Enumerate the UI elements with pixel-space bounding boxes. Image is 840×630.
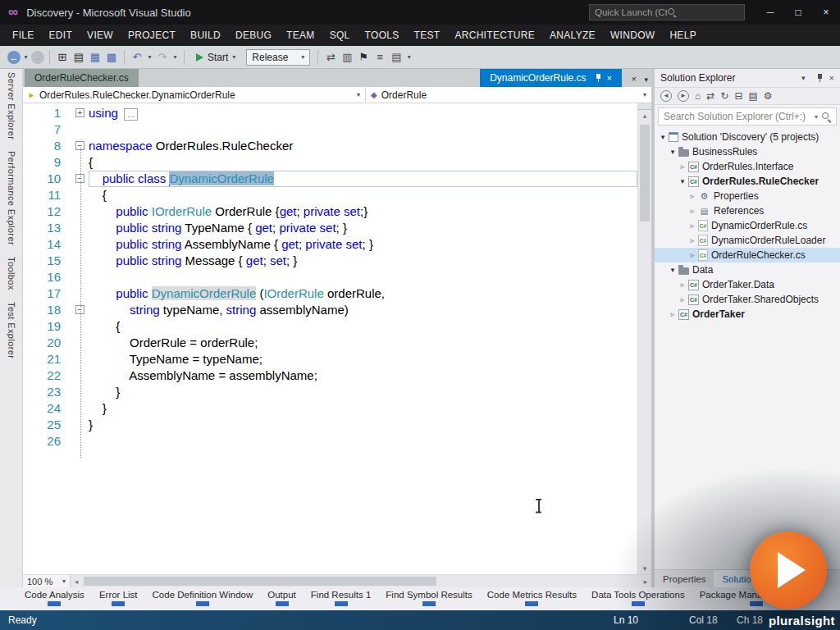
start-debug-button[interactable]: Start ▾ xyxy=(189,48,243,67)
close-document-icon[interactable]: × xyxy=(632,74,637,84)
menu-item-build[interactable]: BUILD xyxy=(183,25,228,46)
bottom-tab-find-results-1[interactable]: Find Results 1 xyxy=(311,590,372,610)
undo-icon[interactable]: ↶ xyxy=(130,51,144,63)
code-line[interactable] xyxy=(89,433,637,450)
code-line[interactable]: string typeName, string assemblyName) xyxy=(89,302,637,318)
code-line[interactable]: { xyxy=(89,318,637,335)
scroll-left-icon[interactable]: ◂ xyxy=(71,578,82,586)
add-item-icon[interactable]: ▤ xyxy=(71,51,86,63)
tree-item-properties[interactable]: ▹⚙Properties xyxy=(655,189,840,203)
code-line[interactable]: public IOrderRule OrderRule {get; privat… xyxy=(89,203,637,220)
horizontal-scrollbar[interactable] xyxy=(82,575,640,587)
tree-expander-icon[interactable]: ▹ xyxy=(678,295,687,304)
vertical-scroll-thumb[interactable] xyxy=(640,125,650,221)
code-line[interactable] xyxy=(89,269,637,285)
uncomment-lines-icon[interactable]: ▤ xyxy=(389,51,404,63)
tree-item-dynamicorderruleloader[interactable]: ▹C#DynamicOrderRuleLoader xyxy=(655,233,840,248)
tree-item-businessrules[interactable]: ▾BusinessRules xyxy=(655,144,840,159)
fold-margin[interactable]: + xyxy=(74,105,89,121)
scroll-up-icon[interactable]: ▴ xyxy=(638,110,651,121)
scroll-right-icon[interactable]: ▸ xyxy=(640,578,651,586)
toolbar-options-icon[interactable]: ▾ xyxy=(405,53,413,61)
close-panel-icon[interactable]: × xyxy=(829,73,834,83)
tree-expander-icon[interactable]: ▹ xyxy=(668,310,678,318)
menu-item-file[interactable]: FILE xyxy=(5,25,42,46)
minimize-button[interactable]: ─ xyxy=(756,0,784,25)
tree-expander-icon[interactable]: ▹ xyxy=(687,236,697,244)
menu-item-debug[interactable]: DEBUG xyxy=(228,25,279,46)
se-forward-icon[interactable]: ► xyxy=(678,90,689,102)
solution-explorer-search-input[interactable]: Search Solution Explorer (Ctrl+;) ▾ xyxy=(658,107,837,126)
bottom-tab-error-list[interactable]: Error List xyxy=(99,590,138,610)
side-tab-test-explorer[interactable]: Test Explorer xyxy=(7,302,16,358)
menu-item-edit[interactable]: EDIT xyxy=(42,25,80,46)
code-line[interactable]: public string AssemblyName { get; privat… xyxy=(89,236,637,253)
tab-orderrulechecker-cs[interactable]: OrderRuleChecker.cs xyxy=(25,69,139,87)
tree-expander-icon[interactable]: ▹ xyxy=(687,192,697,200)
save-all-icon[interactable]: ▩ xyxy=(104,51,119,63)
zoom-select[interactable]: 100 % ▾ xyxy=(23,575,71,588)
search-options-caret-icon[interactable]: ▾ xyxy=(815,113,818,121)
active-files-dropdown-icon[interactable]: ▾ xyxy=(644,75,648,84)
menu-item-test[interactable]: TEST xyxy=(407,25,448,46)
pin-tab-icon[interactable] xyxy=(595,73,602,83)
type-dropdown[interactable]: ► OrderRules.RuleChecker.DynamicOrderRul… xyxy=(23,87,366,103)
menu-item-view[interactable]: VIEW xyxy=(80,25,121,46)
se-sync-with-active-document-icon[interactable]: ↻ xyxy=(720,90,728,102)
fold-margin[interactable]: − xyxy=(74,302,89,318)
fold-margin[interactable]: − xyxy=(74,138,89,154)
tree-expander-icon[interactable]: ▹ xyxy=(678,281,687,289)
window-position-icon[interactable]: ▾ xyxy=(801,74,806,82)
menu-item-sql[interactable]: SQL xyxy=(322,25,358,46)
quick-launch-input[interactable]: Quick Launch (Ctrl+Q) xyxy=(589,4,745,21)
code-line[interactable]: public DynamicOrderRule (IOrderRule orde… xyxy=(89,285,637,302)
panel-tab-properties[interactable]: Properties xyxy=(655,570,714,587)
side-tab-performance-explorer[interactable]: Performance Explorer xyxy=(7,151,16,245)
close-tab-icon[interactable]: × xyxy=(607,73,612,83)
code-line[interactable]: } xyxy=(89,417,637,433)
new-project-icon[interactable]: ⊞ xyxy=(55,51,70,63)
find-in-files-icon[interactable]: ▥ xyxy=(340,51,354,63)
code-line[interactable]: AssemblyName = assemblyName; xyxy=(89,368,637,384)
code-line[interactable]: { xyxy=(89,154,637,171)
redo-icon[interactable]: ↷ xyxy=(155,51,170,63)
save-icon[interactable]: ▦ xyxy=(88,51,103,63)
code-line[interactable]: using ... xyxy=(89,105,637,121)
code-line[interactable]: public class DynamicOrderRule xyxy=(89,171,637,187)
close-button[interactable]: × xyxy=(812,0,840,25)
side-tab-server-explorer[interactable]: Server Explorer xyxy=(7,72,16,139)
bottom-tab-code-analysis[interactable]: Code Analysis xyxy=(25,590,84,610)
bottom-tab-code-definition-window[interactable]: Code Definition Window xyxy=(153,590,253,610)
tree-expander-icon[interactable]: ▹ xyxy=(678,162,687,171)
fold-margin[interactable]: − xyxy=(74,171,89,187)
menu-item-analyze[interactable]: ANALYZE xyxy=(542,25,603,46)
se-switch-views-icon[interactable]: ⇄ xyxy=(706,90,714,102)
tree-expander-icon[interactable]: ▾ xyxy=(668,266,678,274)
code-line[interactable]: public string TypeName { get; private se… xyxy=(89,220,637,236)
navigate-to-icon[interactable]: ⇄ xyxy=(323,51,338,63)
code-editor-surface[interactable]: 1+using ...78−namespace OrderRules.RuleC… xyxy=(23,103,651,574)
nav-forward-icon[interactable]: → xyxy=(31,51,44,64)
menu-item-help[interactable]: HELP xyxy=(662,25,704,46)
vertical-scrollbar[interactable]: ▴ ▾ xyxy=(637,103,651,574)
code-line[interactable]: OrderRule = orderRule; xyxy=(89,335,637,351)
side-tab-toolbox[interactable]: Toolbox xyxy=(7,257,16,290)
bookmark-icon[interactable]: ⚑ xyxy=(356,51,371,63)
member-dropdown[interactable]: ◆ OrderRule ▾ xyxy=(366,87,651,103)
configuration-select[interactable]: Release ▾ xyxy=(246,49,310,66)
menu-item-team[interactable]: TEAM xyxy=(279,25,322,46)
tree-item-ordertaker[interactable]: ▹C#OrderTaker xyxy=(655,307,840,322)
auto-hide-pin-icon[interactable] xyxy=(816,73,824,83)
code-line[interactable] xyxy=(89,121,637,138)
code-line[interactable]: namespace OrderRules.RuleChecker xyxy=(89,138,637,154)
bottom-tab-data-tools-operations[interactable]: Data Tools Operations xyxy=(591,590,685,610)
tree-item-dynamicorderrule-cs[interactable]: ▹C#DynamicOrderRule.cs xyxy=(655,218,840,233)
bottom-tab-find-symbol-results[interactable]: Find Symbol Results xyxy=(386,590,472,610)
comment-lines-icon[interactable]: ≡ xyxy=(372,51,387,63)
se-collapse-all-icon[interactable]: ⊟ xyxy=(734,90,742,102)
undo-menu-icon[interactable]: ▾ xyxy=(146,53,153,61)
menu-item-architecture[interactable]: ARCHITECTURE xyxy=(447,25,542,46)
redo-menu-icon[interactable]: ▾ xyxy=(171,53,179,61)
split-window-handle[interactable] xyxy=(638,103,651,110)
bottom-tab-code-metrics-results[interactable]: Code Metrics Results xyxy=(487,590,577,610)
